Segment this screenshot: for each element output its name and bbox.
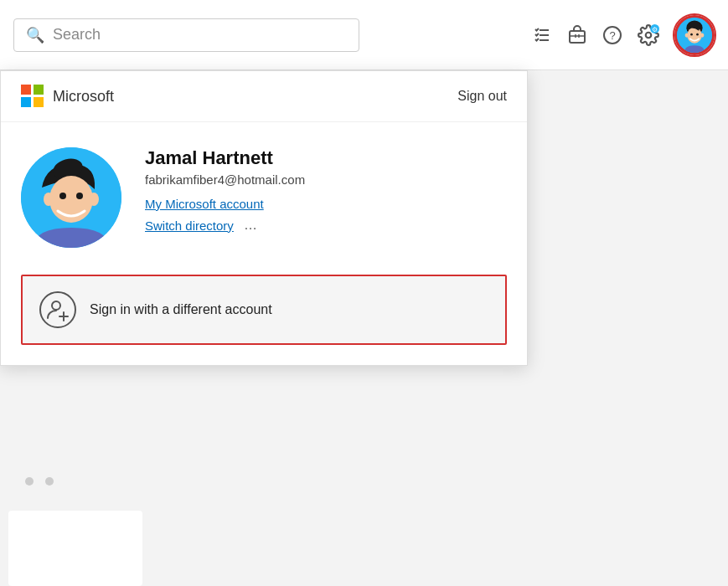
help-icon[interactable]: ?	[602, 25, 622, 45]
dot-2	[45, 477, 54, 486]
user-info: Jamal Hartnett fabrikamfiber4@hotmail.co…	[145, 147, 507, 233]
header-icons: ? ⚙	[532, 15, 715, 55]
ms-square-green	[34, 85, 44, 95]
svg-point-25	[76, 193, 83, 199]
decorative-dots	[25, 477, 54, 486]
bag-icon[interactable]	[567, 25, 587, 45]
main-area: Microsoft Sign out	[0, 70, 728, 586]
sign-in-different-button[interactable]: Sign in with a different account	[21, 275, 507, 345]
add-account-icon	[39, 291, 76, 328]
svg-point-24	[59, 193, 66, 199]
user-avatar	[21, 147, 121, 248]
switch-directory-row: Switch directory …	[145, 218, 507, 233]
svg-point-9	[646, 32, 652, 38]
avatar-button[interactable]	[674, 15, 715, 55]
search-label: Search	[53, 26, 101, 44]
tasks-icon[interactable]	[532, 25, 552, 45]
microsoft-logo: Microsoft	[21, 85, 114, 108]
microsoft-label: Microsoft	[53, 88, 114, 105]
svg-text:⚙: ⚙	[652, 26, 658, 33]
decorative-card	[8, 511, 142, 586]
sign-out-button[interactable]: Sign out	[457, 89, 507, 104]
switch-directory-link[interactable]: Switch directory	[145, 218, 234, 233]
more-options-icon[interactable]: …	[244, 218, 257, 233]
svg-point-23	[89, 193, 99, 206]
svg-point-16	[700, 33, 704, 37]
svg-point-22	[44, 193, 54, 206]
ms-square-yellow	[34, 97, 44, 107]
user-name: Jamal Hartnett	[145, 147, 507, 169]
ms-square-red	[21, 85, 31, 95]
dropdown-header: Microsoft Sign out	[1, 71, 527, 122]
svg-point-26	[52, 301, 60, 310]
header: 🔍 Search	[0, 0, 728, 70]
ms-square-blue	[21, 97, 31, 107]
dropdown-body: Jamal Hartnett fabrikamfiber4@hotmail.co…	[1, 122, 527, 268]
dot-1	[25, 477, 34, 486]
ms-squares-icon	[21, 85, 44, 108]
svg-rect-3	[570, 31, 585, 43]
user-email: fabrikamfiber4@hotmail.com	[145, 172, 507, 187]
svg-text:?: ?	[609, 29, 615, 42]
search-box[interactable]: 🔍 Search	[13, 18, 359, 52]
settings-icon[interactable]: ⚙	[638, 24, 659, 46]
svg-point-17	[690, 33, 693, 35]
svg-point-18	[696, 33, 699, 35]
account-dropdown: Microsoft Sign out	[0, 70, 528, 366]
search-icon: 🔍	[26, 26, 44, 44]
sign-in-different-label: Sign in with a different account	[90, 302, 272, 317]
svg-point-15	[685, 33, 689, 37]
my-account-link[interactable]: My Microsoft account	[145, 197, 507, 211]
